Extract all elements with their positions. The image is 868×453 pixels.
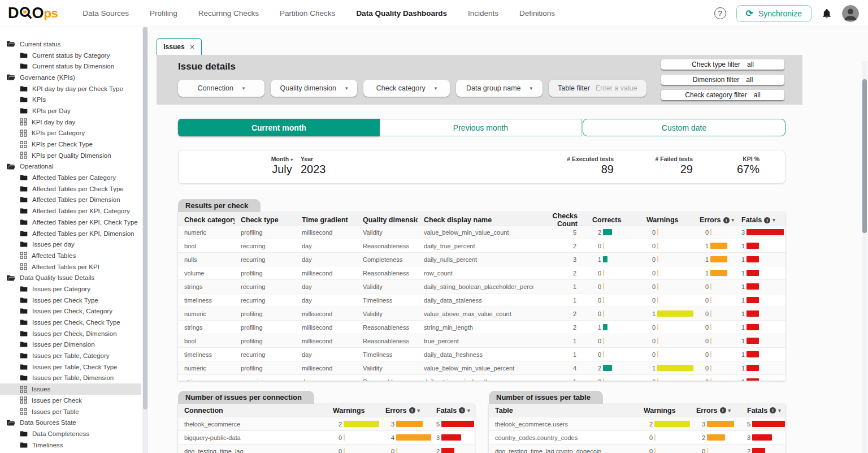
help-icon[interactable]: ? (714, 7, 726, 19)
zero-tick (657, 338, 658, 344)
sidebar-item-issues-per-table-category[interactable]: Issues per Table, Category (0, 350, 141, 361)
table-cell: bool (178, 338, 235, 344)
value-bar (603, 256, 607, 262)
value-bar (747, 297, 759, 303)
sidebar-item-timeliness[interactable]: Timeliness (0, 439, 141, 451)
zero-tick (710, 338, 711, 344)
zero-tick (710, 229, 711, 235)
sidebar-item-current-status-by-category[interactable]: Current status by Category (0, 50, 141, 61)
filter-connection[interactable]: Connection▾ (178, 80, 264, 97)
period-tab-previous-month[interactable]: Previous month (380, 119, 582, 136)
sort-caret-icon[interactable]: ▾ (467, 408, 470, 413)
nav-data-sources[interactable]: Data Sources (83, 9, 129, 18)
sidebar-item-affected-tables-per-kpi-category[interactable]: Affected Tables per KPI, Category (0, 205, 141, 217)
sort-caret-icon[interactable]: ▾ (778, 408, 781, 413)
synchronize-button[interactable]: ⟳ Synchronize (736, 5, 811, 22)
sidebar-item-issues-per-check-category[interactable]: Issues per Check, Category (0, 306, 141, 317)
sidebar-item-affected-tables-per-kpi-check-type[interactable]: Affected Tables per KPI, Check Type (0, 217, 141, 228)
sidebar-item-kpis-per-quality-dimension[interactable]: KPIs per Quality Dimension (0, 150, 141, 161)
sidebar-item-issues-per-check-check-type[interactable]: Issues per Check, Check Type (0, 317, 141, 328)
sidebar-item-affected-tables[interactable]: Affected Tables (0, 250, 141, 261)
sidebar-item-issues-per-table-check-type[interactable]: Issues per Table, Check Type (0, 361, 141, 373)
sidebar-item-kpis-per-check-type[interactable]: KPIs per Check Type (0, 139, 141, 150)
sort-caret-icon[interactable]: ▾ (732, 217, 735, 223)
dashboard-body: Current monthPrevious monthCustom date M… (157, 105, 802, 453)
table-cell: 1 (533, 351, 585, 358)
sidebar-item-operational[interactable]: Operational (0, 161, 141, 172)
top-navigation-bar: D O ps Data SourcesProfilingRecurring Ch… (0, 0, 868, 27)
nav-definitions[interactable]: Definitions (519, 9, 555, 18)
table-filter-input[interactable]: Table filterEnter a value (549, 80, 646, 97)
sort-caret-icon[interactable]: ▾ (418, 408, 420, 413)
grid-icon (20, 130, 27, 137)
value-bar (603, 229, 612, 235)
filter-quality-dimension[interactable]: Quality dimension▾ (271, 80, 357, 97)
sidebar-scrollbar-thumb[interactable] (143, 27, 147, 409)
section-title: Number of issues per table (489, 391, 603, 404)
sidebar-item-data-quality-issue-details[interactable]: Data Quality Issue Details (0, 272, 141, 283)
sidebar-item-data-sources-state[interactable]: Data Sources State (0, 417, 141, 428)
sidebar-item-kpi-day-by-day-per-check-type[interactable]: KPI day by day per Check Type (0, 83, 141, 94)
nav-profiling[interactable]: Profiling (150, 9, 177, 18)
user-avatar[interactable] (842, 5, 859, 22)
sidebar-item-current-status-by-dimension[interactable]: Current status by Dimension (0, 61, 141, 72)
sidebar-item-issues-per-table-dimension[interactable]: Issues per Table, Dimension (0, 373, 141, 384)
notifications-bell-icon[interactable] (822, 8, 832, 19)
sidebar-item-issues-per-check[interactable]: Issues per Check (0, 395, 141, 406)
dimension-filter[interactable]: Dimension filterall (661, 75, 784, 85)
folder-icon (20, 208, 28, 214)
sidebar-item-issues-per-category[interactable]: Issues per Category (0, 283, 141, 295)
sidebar-scrollbar[interactable] (142, 27, 148, 453)
value-bar (747, 256, 759, 262)
page-scrollbar-thumb[interactable] (862, 79, 867, 233)
info-icon: i (723, 217, 730, 223)
side-filters: Check type filterallDimension filterallC… (661, 59, 784, 100)
sidebar-item-issues-per-day[interactable]: Issues per day (0, 239, 141, 250)
sort-caret-icon[interactable]: ▾ (772, 217, 775, 223)
value-bar (747, 283, 759, 290)
sidebar-item-issues[interactable]: Issues (0, 383, 141, 395)
nav-incidents[interactable]: Incidents (468, 9, 498, 18)
sidebar-item-affected-tables-per-dimension[interactable]: Affected Tables per Dimension (0, 195, 141, 206)
sidebar-item-current-status[interactable]: Current status (0, 38, 141, 50)
sidebar-item-affected-tables-per-category[interactable]: Affected Tables per Category (0, 172, 141, 183)
close-icon[interactable]: ✕ (190, 44, 195, 51)
table-cell: profiling (235, 270, 296, 277)
filter-check-category[interactable]: Check category▾ (363, 80, 450, 97)
sidebar-item-issues-per-check-type[interactable]: Issues per Check Type (0, 295, 141, 306)
sidebar-item-label: Issues per Dimension (32, 341, 95, 348)
nav-data-quality-dashboards[interactable]: Data Quality Dashboards (356, 9, 447, 18)
metric-value: 0 (700, 365, 709, 372)
sort-caret-icon[interactable]: ▾ (290, 157, 293, 162)
nav-partition-checks[interactable]: Partition Checks (280, 9, 335, 18)
metric-cell: 0 (693, 378, 735, 381)
filter-data-group-name[interactable]: Data group name▾ (456, 80, 542, 97)
nav-recurring-checks[interactable]: Recurring Checks (198, 9, 259, 18)
sidebar-item-affected-tables-per-kpi[interactable]: Affected Tables per KPI (0, 261, 141, 273)
sidebar-item-issues-per-dimension[interactable]: Issues per Dimension (0, 339, 141, 351)
dqops-logo[interactable]: D O ps (8, 5, 58, 22)
table-cell: day (296, 243, 357, 249)
sidebar-item-issues-per-table[interactable]: Issues per Table (0, 406, 141, 417)
check-category-filter[interactable]: Check category filterall (661, 90, 784, 100)
month-column-header[interactable]: Month ▾ (263, 156, 301, 162)
period-tab-current-month[interactable]: Current month (178, 119, 380, 136)
sidebar-item-affected-tables-per-kpi-dimension[interactable]: Affected Tables per KPI, Dimension (0, 228, 141, 239)
sort-caret-icon[interactable]: ▾ (728, 408, 731, 413)
sidebar-item-kpis[interactable]: KPIs (0, 94, 141, 105)
period-tab-custom-date[interactable]: Custom date (583, 119, 785, 136)
tab-issues[interactable]: Issues ✕ (157, 38, 202, 55)
sidebar-item-affected-tables-per-check-type[interactable]: Affected Tables per Check Type (0, 183, 141, 195)
sidebar-item-kpis-per-category[interactable]: KPIs per Category (0, 128, 141, 139)
page-scrollbar[interactable] (862, 61, 867, 453)
sidebar-item-kpi-day-by-day[interactable]: KPI day by day (0, 117, 141, 128)
sidebar-item-kpis-per-day[interactable]: KPIs per Day (0, 105, 141, 117)
sidebar-item-label: Data Sources State (20, 419, 76, 426)
sidebar-item-governance-kpis[interactable]: Governance (KPIs) (0, 72, 141, 83)
check-type-filter[interactable]: Check type filterall (661, 59, 784, 70)
sidebar-item-issues-per-check-dimension[interactable]: Issues per Check, Dimension (0, 328, 141, 339)
sidebar-item-data-completeness[interactable]: Data Completeness (0, 428, 141, 439)
value-bar (752, 434, 772, 441)
col-check-type: Check type (235, 216, 296, 224)
table-cell: daily_data_freshness (418, 351, 533, 358)
